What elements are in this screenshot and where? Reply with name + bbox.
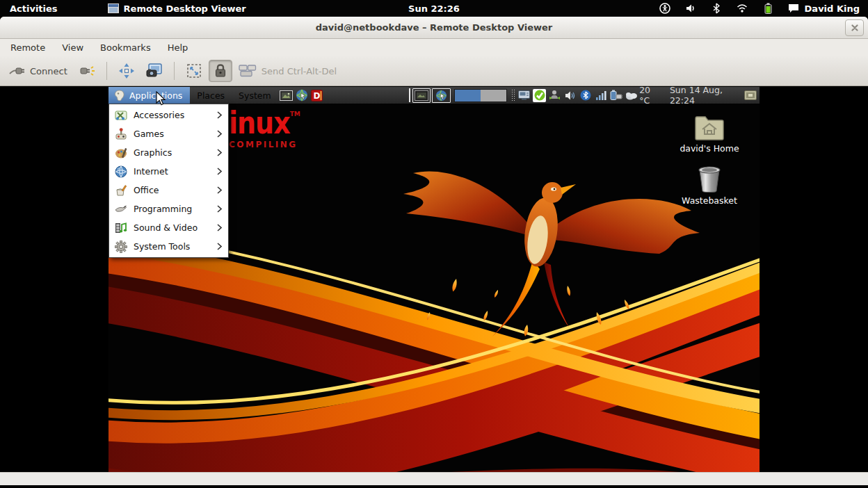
remote-screen[interactable]: inuxTM COMPILING david's Home Wastebas — [108, 87, 760, 472]
desktop-icon-label: Wastebasket — [676, 195, 743, 206]
battery-icon[interactable] — [762, 3, 774, 15]
temperature-label[interactable]: 20 °C — [639, 86, 660, 106]
menu-item-sound-video[interactable]: Sound & Video — [109, 218, 228, 237]
volume-icon[interactable] — [685, 3, 697, 15]
fullscreen-button[interactable] — [113, 59, 140, 83]
send-ctrl-alt-del-label: Send Ctrl-Alt-Del — [262, 66, 337, 76]
menu-item-label: Games — [134, 129, 164, 139]
desktop-icon-home[interactable]: david's Home — [676, 115, 743, 154]
wallpaper-text: inuxTM COMPILING — [229, 108, 300, 149]
scaling-button[interactable] — [181, 59, 207, 83]
menu-item-office[interactable]: Office — [109, 181, 228, 200]
menu-item-graphics[interactable]: Graphics — [109, 143, 228, 162]
accessibility-icon[interactable] — [659, 3, 671, 15]
screenshot-button[interactable] — [141, 60, 168, 82]
window-title: david@netbookdave – Remote Desktop Viewe… — [316, 22, 553, 33]
browser-window-icon — [435, 90, 447, 101]
submenu-arrow-icon — [217, 149, 222, 156]
bluetooth-icon[interactable] — [711, 3, 723, 15]
signal-bars-icon[interactable] — [594, 89, 607, 102]
applications-menu-button[interactable]: Applications — [108, 87, 190, 104]
distro-logo-icon — [113, 90, 125, 101]
close-icon — [851, 24, 858, 31]
menu-bookmarks[interactable]: Bookmarks — [93, 40, 159, 55]
terminal-window-button[interactable] — [412, 88, 431, 103]
internet-icon — [114, 165, 127, 178]
show-desktop-icon[interactable] — [744, 89, 757, 101]
browser-window-button[interactable] — [432, 88, 451, 103]
submenu-arrow-icon — [217, 205, 222, 213]
fullscreen-icon — [118, 63, 135, 79]
workspace-1-active[interactable] — [455, 90, 481, 101]
wifi-icon[interactable] — [737, 3, 748, 15]
menu-remote[interactable]: Remote — [3, 40, 53, 55]
weather-cloud-icon[interactable] — [625, 89, 638, 102]
window-toolbar: Connect Send Ctrl-Alt-Del — [0, 56, 868, 86]
menu-item-label: Internet — [134, 166, 168, 177]
submenu-arrow-icon — [217, 168, 222, 175]
display-icon[interactable] — [517, 89, 531, 102]
screenshot-launcher-icon[interactable] — [280, 89, 293, 102]
applications-dropdown-menu: Accessories Games Graphics — [108, 104, 229, 258]
office-icon — [114, 184, 127, 197]
window-titlebar[interactable]: david@netbookdave – Remote Desktop Viewe… — [0, 17, 868, 39]
connect-plug-icon — [8, 64, 25, 78]
accessories-icon — [114, 108, 127, 122]
menu-item-label: Accessories — [134, 110, 184, 120]
user-menu[interactable]: David King — [788, 3, 860, 15]
submenu-arrow-icon — [217, 186, 222, 194]
menu-item-label: Programming — [134, 204, 192, 214]
wastebasket-icon — [696, 165, 723, 193]
tray-volume-icon[interactable] — [563, 89, 577, 102]
update-check-icon[interactable] — [533, 89, 546, 102]
close-button[interactable] — [845, 19, 864, 36]
home-folder-icon — [694, 115, 725, 141]
remote-panel: Applications Places System D — [108, 87, 760, 104]
menu-view[interactable]: View — [54, 40, 91, 55]
gnome-top-bar: Activities Remote Desktop Viewer Sun 22:… — [0, 0, 868, 17]
menu-item-label: System Tools — [134, 241, 190, 252]
wallpaper-trademark: TM — [290, 111, 300, 117]
focused-app-indicator[interactable]: Remote Desktop Viewer — [108, 3, 246, 15]
menu-help[interactable]: Help — [160, 40, 196, 55]
status-bar — [0, 472, 868, 485]
svg-text:D: D — [314, 91, 321, 101]
wallpaper-subline: COMPILING — [229, 140, 300, 149]
menu-item-programming[interactable]: Programming — [109, 200, 228, 218]
battery-plug-icon[interactable] — [609, 89, 622, 102]
keyboard-grab-toggle[interactable] — [209, 60, 232, 82]
dillo-launcher-icon[interactable]: D — [311, 89, 323, 102]
menu-item-accessories[interactable]: Accessories — [109, 106, 228, 124]
menu-item-label: Office — [134, 185, 159, 195]
taskbar-handle[interactable] — [409, 88, 410, 102]
screenshot-icon — [146, 63, 163, 79]
connect-label: Connect — [30, 66, 67, 76]
toolbar-separator — [106, 62, 107, 80]
mouse-cursor — [156, 91, 166, 106]
graphics-icon — [114, 146, 127, 159]
workspace-2[interactable] — [481, 90, 506, 101]
tray-grip-handle[interactable] — [511, 89, 515, 101]
top-bar-status-area: David King — [659, 3, 868, 15]
disconnect-plug-icon — [79, 64, 95, 78]
menu-item-internet[interactable]: Internet — [109, 162, 228, 181]
submenu-arrow-icon — [217, 111, 222, 119]
system-menu-button[interactable]: System — [232, 90, 278, 101]
remote-desktop-viewer-window: david@netbookdave – Remote Desktop Viewe… — [0, 17, 868, 485]
panel-clock[interactable]: Sun 14 Aug, 22:24 — [670, 86, 739, 106]
app-window-icon — [108, 3, 120, 15]
menu-item-games[interactable]: Games — [109, 124, 228, 143]
tray-bluetooth-icon[interactable] — [579, 89, 592, 102]
send-ctrl-alt-del-button[interactable]: Send Ctrl-Alt-Del — [234, 60, 341, 81]
desktop-icon-wastebasket[interactable]: Wastebasket — [676, 165, 743, 206]
keyboard-grab-lock-icon — [214, 63, 227, 79]
menu-item-system-tools[interactable]: System Tools — [109, 237, 228, 256]
places-menu-button[interactable]: Places — [190, 90, 232, 101]
connect-button[interactable]: Connect — [3, 60, 72, 81]
desktop-icon-label: david's Home — [676, 143, 743, 154]
network-user-icon[interactable] — [548, 89, 561, 102]
programming-icon — [114, 202, 127, 215]
web-browser-launcher-icon[interactable] — [296, 89, 308, 102]
activities-button[interactable]: Activities — [0, 3, 69, 14]
disconnect-button[interactable] — [74, 60, 100, 81]
